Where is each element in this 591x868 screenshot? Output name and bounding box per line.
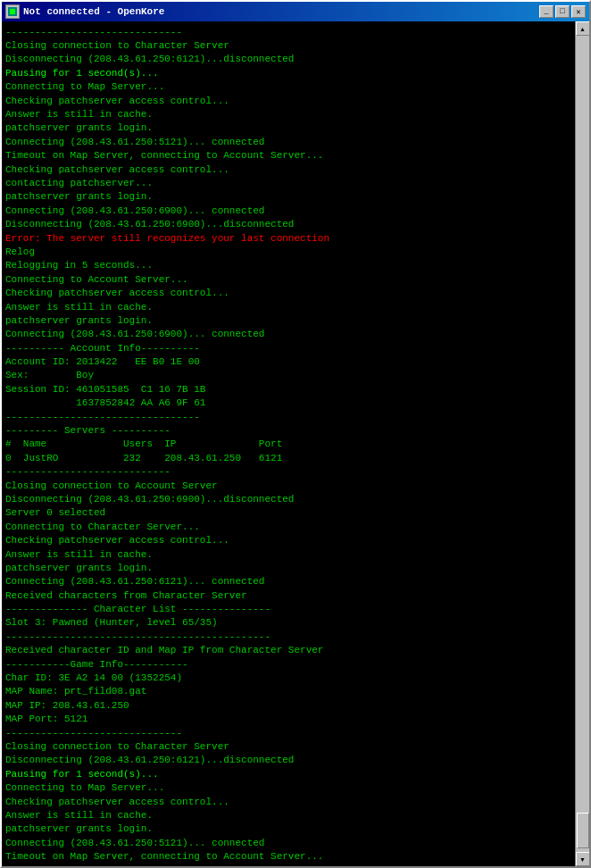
log-line: Received character ID and Map IP from Ch… [5,644,571,657]
log-line: Connecting (208.43.61.250:5121)... conne… [5,136,571,149]
log-line: Checking patchserver access control... [5,287,571,300]
log-line: # Name Users IP Port [5,438,571,451]
log-line: Connecting (208.43.61.250:6900)... conne… [5,204,571,218]
log-line: Pausing for 1 second(s)... [5,768,571,781]
log-line: Answer is still in cache. [5,301,571,314]
close-button[interactable]: ✕ [571,5,586,18]
log-line: MAP IP: 208.43.61.250 [5,699,571,713]
log-line: Disconnecting (208.43.61.250:6900)...dis… [5,218,571,231]
log-line: ---------- Account Info---------- [5,342,571,355]
log-line: Server 0 selected [5,506,571,520]
log-line: Disconnecting (208.43.61.250:6900)...dis… [5,493,571,506]
log-line: Char ID: 3E A2 14 00 (1352254) [5,672,571,685]
log-line: --------- Servers ---------- [5,424,571,438]
log-line: Answer is still in cache. [5,809,571,822]
console-area: patchserver grants login.Connecting (208… [2,21,589,866]
svg-rect-1 [10,9,15,14]
scrollbar: ▲ ▼ [575,21,589,866]
log-line: Pausing for 1 second(s)... [5,67,571,80]
log-line: Connecting to Account Server... [5,273,571,287]
maximize-button[interactable]: □ [555,5,570,18]
log-line: Sex: Boy [5,369,571,382]
scroll-thumb[interactable] [577,813,589,848]
log-line: MAP Name: prt_fild08.gat [5,685,571,698]
log-line: patchserver grants login. [5,562,571,575]
log-line: Connecting to Character Server... [5,521,571,534]
log-line: Disconnecting (208.43.61.250:6121)...dis… [5,754,571,767]
log-line: Answer is still in cache. [5,548,571,562]
log-line: Closing connection to Account Server [5,480,571,493]
log-line: ----------------------------------------… [5,630,571,644]
scroll-track [576,36,589,852]
log-line: Connecting (208.43.61.250:6900)... conne… [5,328,571,341]
log-line: Disconnecting (208.43.61.250:6121)...dis… [5,53,571,66]
log-line: -----------Game Info----------- [5,658,571,672]
log-line: Connecting (208.43.61.250:6121)... conne… [5,575,571,588]
log-line: Timeout on Map Server, connecting to Acc… [5,850,571,864]
log-line: Account ID: 2013422 EE B0 1E 00 [5,355,571,369]
log-line: Closing connection to Character Server [5,740,571,754]
log-line: Error: The server still recognizes your … [5,232,571,246]
log-line: Session ID: 461051585 C1 16 7B 1B [5,383,571,396]
log-line: patchserver grants login. [5,190,571,204]
title-bar: Not connected - OpenKore _ □ ✕ [2,2,589,21]
log-line: MAP Port: 5121 [5,713,571,726]
log-line: Checking patchserver access control... [5,796,571,809]
log-line: --------------------------------- [5,411,571,424]
log-line: ------------------------------ [5,26,571,39]
log-line: ------------------------------ [5,727,571,740]
app-icon [5,4,20,19]
title-bar-left: Not connected - OpenKore [5,4,164,19]
main-window: Not connected - OpenKore _ □ ✕ patchserv… [0,0,591,868]
minimize-button[interactable]: _ [539,5,554,18]
scroll-up-button[interactable]: ▲ [576,21,590,36]
log-line: contacting patchserver... [5,177,571,190]
log-line: Answer is still in cache. [5,108,571,121]
window-title: Not connected - OpenKore [23,6,164,17]
log-line: 0 JustRO 232 208.43.61.250 6121 [5,452,571,465]
log-line: Relog [5,246,571,259]
log-line: patchserver grants login. [5,822,571,836]
log-line: Connecting to Map Server... [5,781,571,795]
log-line: Connecting (208.43.61.250:5121)... conne… [5,837,571,850]
log-line: Checking patchserver access control... [5,163,571,177]
log-line: Checking patchserver access control... [5,95,571,108]
log-line: Checking patchserver access control... [5,534,571,547]
scroll-down-button[interactable]: ▼ [576,852,590,866]
log-line: 1637852842 AA A6 9F 61 [5,396,571,410]
title-buttons: _ □ ✕ [539,5,586,18]
log-line: Timeout on Map Server, connecting to Acc… [5,149,571,163]
log-line: Relogging in 5 seconds... [5,259,571,272]
log-line: Connecting to Map Server... [5,80,571,94]
console-output[interactable]: patchserver grants login.Connecting (208… [2,21,575,866]
log-line: Received characters from Character Serve… [5,589,571,603]
log-line: patchserver grants login. [5,314,571,328]
log-line: patchserver grants login. [5,121,571,135]
log-line: -------------- Character List ----------… [5,603,571,616]
log-line: Closing connection to Character Server [5,39,571,53]
log-line: ---------------------------- [5,465,571,479]
log-line: Slot 3: Pawned (Hunter, level 65/35) [5,616,571,630]
